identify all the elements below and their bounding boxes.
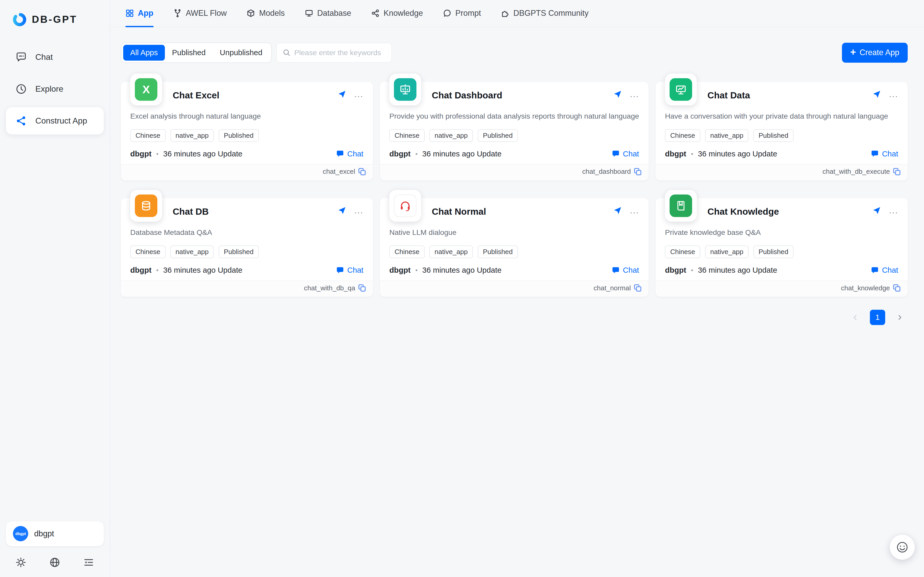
more-menu-icon[interactable]: ...	[889, 91, 898, 97]
filter-all-apps[interactable]: All Apps	[123, 45, 165, 61]
tag-language: Chinese	[130, 129, 166, 142]
copy-icon[interactable]	[358, 168, 366, 176]
app-card-chat-excel[interactable]: X Chat Excel ... Excel analysis through …	[121, 82, 373, 181]
app-card-chat-data[interactable]: Chat Data ... Have a conversation with y…	[656, 82, 908, 181]
create-app-label: Create App	[860, 48, 900, 57]
more-menu-icon[interactable]: ...	[630, 91, 639, 97]
share-cursor-icon[interactable]	[338, 206, 346, 215]
chat-button[interactable]: Chat	[336, 266, 363, 274]
pagination-prev-button[interactable]	[847, 310, 863, 325]
plus-icon: +	[850, 47, 856, 57]
tab-prompt[interactable]: Prompt	[443, 0, 481, 27]
search-input[interactable]	[294, 48, 386, 57]
chat-bubble-icon	[336, 266, 344, 274]
app-card-chat-knowledge[interactable]: Chat Knowledge ... Private knowledge bas…	[656, 198, 908, 297]
tag-status: Published	[478, 129, 518, 142]
tag-type: native_app	[429, 129, 473, 142]
share-cursor-icon[interactable]	[873, 206, 881, 215]
tag-status: Published	[478, 245, 518, 258]
tab-app[interactable]: App	[125, 0, 153, 27]
tab-knowledge[interactable]: Knowledge	[371, 0, 423, 27]
explore-icon	[15, 83, 27, 95]
more-menu-icon[interactable]: ...	[889, 208, 898, 213]
scene-name: chat_normal	[593, 284, 631, 292]
copy-icon[interactable]	[634, 168, 642, 176]
pagination-next-button[interactable]	[892, 310, 908, 325]
create-app-button[interactable]: + Create App	[842, 43, 908, 63]
tag-type: native_app	[170, 245, 214, 258]
card-footer: chat_with_db_execute	[656, 164, 908, 181]
dot-separator: •	[691, 150, 693, 158]
sidebar: DB-GPT Chat Explore	[0, 0, 110, 577]
search-box[interactable]	[276, 43, 392, 63]
card-owner: dbgpt	[665, 266, 686, 274]
share-cursor-icon[interactable]	[614, 206, 622, 215]
app-card-chat-dashboard[interactable]: Chat Dashboard ... Provide you with prof…	[380, 82, 649, 181]
card-title: Chat DB	[173, 206, 338, 217]
dbgpt-app: DB-GPT Chat Explore	[0, 0, 924, 577]
more-menu-icon[interactable]: ...	[354, 208, 363, 213]
db-app-icon	[135, 195, 157, 217]
chat-bubble-icon	[871, 150, 879, 158]
more-menu-icon[interactable]: ...	[630, 208, 639, 213]
sidebar-item-chat[interactable]: Chat	[6, 44, 104, 71]
share-cursor-icon[interactable]	[614, 90, 622, 98]
card-tags: Chinese native_app Published	[665, 245, 898, 258]
share-cursor-icon[interactable]	[873, 90, 881, 98]
card-updated: 36 minutes ago Update	[423, 266, 501, 274]
tab-models[interactable]: Models	[247, 0, 285, 27]
excel-app-icon: X	[135, 78, 157, 101]
dbgpt-logo-icon	[12, 12, 27, 27]
tab-label: AWEL Flow	[186, 8, 227, 18]
chat-button[interactable]: Chat	[871, 150, 898, 158]
copy-icon[interactable]	[634, 284, 642, 292]
sidebar-item-construct-app[interactable]: Construct App	[6, 107, 104, 134]
chat-button[interactable]: Chat	[612, 150, 639, 158]
chat-button[interactable]: Chat	[336, 150, 363, 158]
share-cursor-icon[interactable]	[338, 90, 346, 98]
copy-icon[interactable]	[893, 284, 901, 292]
tag-type: native_app	[705, 129, 749, 142]
pagination-page-1[interactable]: 1	[870, 310, 885, 325]
sidebar-footer	[6, 546, 104, 570]
filter-published[interactable]: Published	[165, 45, 213, 61]
dot-separator: •	[415, 150, 418, 158]
tag-language: Chinese	[389, 245, 424, 258]
sidebar-item-explore[interactable]: Explore	[6, 75, 104, 103]
language-globe-icon[interactable]	[49, 557, 60, 568]
user-profile[interactable]: dbgpt dbgpt	[6, 521, 104, 546]
app-card-chat-normal[interactable]: Chat Normal ... Native LLM dialogue Chin…	[380, 198, 649, 297]
chat-label: Chat	[623, 150, 639, 158]
chat-bubble-icon	[612, 150, 620, 158]
card-tags: Chinese native_app Published	[389, 129, 639, 142]
feedback-smiley-button[interactable]	[890, 535, 915, 560]
normal-app-icon	[394, 195, 416, 217]
app-logo[interactable]: DB-GPT	[6, 9, 104, 44]
theme-sun-icon[interactable]	[15, 557, 26, 568]
more-menu-icon[interactable]: ...	[354, 91, 363, 97]
flow-icon	[174, 9, 182, 17]
data-app-icon	[670, 78, 692, 101]
tab-dbgpts-community[interactable]: DBGPTS Community	[501, 0, 588, 27]
card-updated: 36 minutes ago Update	[163, 266, 243, 274]
logo-text: DB-GPT	[32, 14, 77, 25]
main-content: App AWEL Flow Models	[110, 0, 924, 577]
copy-icon[interactable]	[358, 284, 366, 292]
card-updated: 36 minutes ago Update	[698, 150, 777, 158]
tab-awel-flow[interactable]: AWEL Flow	[174, 0, 227, 27]
card-title: Chat Normal	[432, 206, 614, 217]
chat-label: Chat	[347, 266, 364, 274]
app-card-chat-db[interactable]: Chat DB ... Database Metadata Q&A Chines…	[121, 198, 373, 297]
card-owner: dbgpt	[389, 150, 410, 158]
collapse-sidebar-icon[interactable]	[83, 557, 94, 568]
copy-icon[interactable]	[893, 168, 901, 176]
tab-database[interactable]: Database	[305, 0, 351, 27]
card-description: Have a conversation with your private da…	[665, 112, 898, 121]
tab-label: Models	[259, 8, 285, 18]
card-updated: 36 minutes ago Update	[423, 150, 501, 158]
chat-button[interactable]: Chat	[871, 266, 898, 274]
card-footer: chat_knowledge	[656, 280, 908, 297]
filter-unpublished[interactable]: Unpublished	[213, 45, 270, 61]
scene-name: chat_with_db_execute	[823, 168, 890, 176]
chat-button[interactable]: Chat	[612, 266, 639, 274]
